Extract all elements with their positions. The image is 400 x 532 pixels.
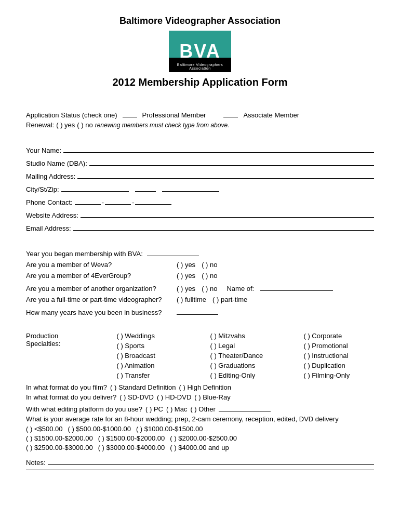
spec-duplication[interactable]: ( ) Duplication [303,362,397,369]
notes-input[interactable] [48,457,374,465]
spec-corporate[interactable]: ( ) Corporate [303,332,397,340]
spec-legal[interactable]: ( ) Legal [210,342,303,350]
spec-sports[interactable]: ( ) Sports [116,342,210,350]
spec-instructional[interactable]: ( ) Instructional [303,352,397,360]
renewal-no[interactable]: ( ) no [77,121,92,129]
membership-year-input[interactable] [147,248,199,256]
bva-logo: BVA Baltimore Videographers Association [169,31,231,72]
studio-name-input[interactable] [89,157,374,166]
professional-check-blank[interactable] [123,110,137,117]
website-address-input[interactable] [81,209,374,218]
other-org-row: Are you a member of another organization… [26,283,374,292]
editing-platform-label: With what editing platform do you use? [26,405,142,413]
rate-3000-4000[interactable]: ( ) $3000.00-$4000.00 [98,444,165,451]
mailing-address-row: Mailing Address: [26,170,374,180]
other-org-no[interactable]: ( ) no [202,285,217,292]
editing-platform-pc[interactable]: ( ) PC [145,405,163,413]
form-title: 2012 Membership Application Form [26,76,374,88]
fulltime-option[interactable]: ( ) fulltime [177,296,206,303]
evergroup-no[interactable]: ( ) no [202,272,217,280]
spec-broadcast[interactable]: ( ) Broadcast [116,352,210,360]
spec-graduations[interactable]: ( ) Graduations [210,362,303,369]
membership-year-label: Year you began membership with BVA: [26,250,143,258]
parttime-option[interactable]: ( ) part-time [212,296,247,303]
format-film-hd[interactable]: ( ) High Definition [179,383,231,391]
renewal-label: Renewal: [26,121,54,129]
your-name-label: Your Name: [26,147,61,154]
rate-1000-1500[interactable]: ( ) $1000.00-$1500.00 [136,425,203,433]
your-name-input[interactable] [63,144,374,153]
application-status-row: Application Status (check one) Professio… [26,110,374,119]
weva-yes[interactable]: ( ) yes [177,261,195,269]
associate-check-blank[interactable] [223,110,238,117]
studio-name-row: Studio Name (DBA): [26,157,374,167]
other-org-yes[interactable]: ( ) yes [177,285,195,292]
other-org-name-input[interactable] [260,283,333,291]
professional-member-label: Professional Member [142,111,206,119]
weva-row: Are you a member of Weva? ( ) yes ( ) no [26,261,374,269]
spec-editing-only[interactable]: ( ) Editing-Only [210,371,303,379]
your-name-row: Your Name: [26,144,374,154]
rate-1500-2000a[interactable]: ( ) $1500.00-$2000.00 [26,434,93,442]
format-deliver-row: In what format do you deliver? ( ) SD-DV… [26,393,374,401]
spec-filming-only[interactable]: ( ) Filming-Only [303,371,397,379]
format-film-row: In what format do you film? ( ) Standard… [26,383,374,391]
rate-4000-up[interactable]: ( ) $4000.00 and up [170,444,229,451]
rate-lt500[interactable]: ( ) <$500.00 [26,425,62,433]
rate-500-1000[interactable]: ( ) $500.00-$1000.00 [68,425,130,433]
fulltime-row: Are you a full-time or part-time videogr… [26,296,374,303]
spec-theater-dance[interactable]: ( ) Theater/Dance [210,352,303,360]
city-st-zip-row: City/St/Zip: [26,183,374,193]
evergroup-label: Are you a member of 4EverGroup? [26,272,177,280]
phone-number-input[interactable] [135,196,171,205]
spec-mitzvahs[interactable]: ( ) Mitzvahs [210,332,303,340]
format-film-sd[interactable]: ( ) Standard Definition [110,383,176,391]
other-org-options: ( ) yes ( ) no Name of: [177,283,333,292]
evergroup-yes[interactable]: ( ) yes [177,272,195,280]
renewal-yes[interactable]: ( ) yes [56,121,75,129]
application-status-label: Application Status (check one) [26,111,117,119]
zip-input[interactable] [162,183,219,192]
notes-section: Notes: [26,457,374,470]
rate-1500-2000b[interactable]: ( ) $1500.00-$2000.00 [98,434,165,442]
editing-platform-mac[interactable]: ( ) Mac [166,405,187,413]
mailing-address-input[interactable] [77,170,374,179]
city-st-zip-label: City/St/Zip: [26,185,59,193]
other-org-name-label: Name of: [226,285,254,292]
years-business-input[interactable] [177,307,218,315]
notes-row: Notes: [26,457,374,467]
personal-info-section: Your Name: Studio Name (DBA): Mailing Ad… [26,144,374,232]
editing-platform-other-input[interactable] [219,403,271,411]
rate-2500-3000[interactable]: ( ) $2500.00-$3000.00 [26,444,93,451]
email-address-row: Email Address: [26,222,374,232]
associate-member-label: Associate Member [243,111,299,119]
format-deliver-label: In what format do you deliver? [26,393,116,401]
state-input[interactable] [135,183,156,192]
city-input[interactable] [61,183,129,192]
production-specialties-label: Production Specialties: [26,332,60,348]
logo-subtext: Baltimore Videographers Association [169,63,231,70]
format-deliver-hddvd[interactable]: ( ) HD-DVD [157,393,191,401]
phone-prefix-input[interactable] [105,196,131,205]
years-business-label: How many years have you been in business… [26,309,177,316]
format-deliver-sddvd[interactable]: ( ) SD-DVD [119,393,154,401]
email-address-input[interactable] [73,222,374,231]
spec-transfer[interactable]: ( ) Transfer [116,371,210,379]
renewal-note: renewing members must check type from ab… [95,122,230,129]
rate-2000-2500[interactable]: ( ) $2000.00-$2500.00 [170,434,237,442]
format-deliver-bluray[interactable]: ( ) Blue-Ray [194,393,230,401]
editing-platform-other-label: ( ) Other [190,405,215,413]
mailing-address-label: Mailing Address: [26,172,75,180]
spec-animation[interactable]: ( ) Animation [116,362,210,369]
weva-no[interactable]: ( ) no [202,261,217,269]
spec-promotional[interactable]: ( ) Promotional [303,342,397,350]
fulltime-label: Are you a full-time or part-time videogr… [26,296,177,303]
phone-area-input[interactable] [75,196,101,205]
weva-label: Are you a member of Weva? [26,261,177,269]
rate-row-3: ( ) $2500.00-$3000.00 ( ) $3000.00-$4000… [26,444,374,451]
website-address-row: Website Address: [26,209,374,219]
spec-weddings[interactable]: ( ) Weddings [116,332,210,340]
editing-platform-row: With what editing platform do you use? (… [26,403,374,413]
bottom-divider [26,470,374,470]
logo-container: BVA Baltimore Videographers Association [26,31,374,72]
